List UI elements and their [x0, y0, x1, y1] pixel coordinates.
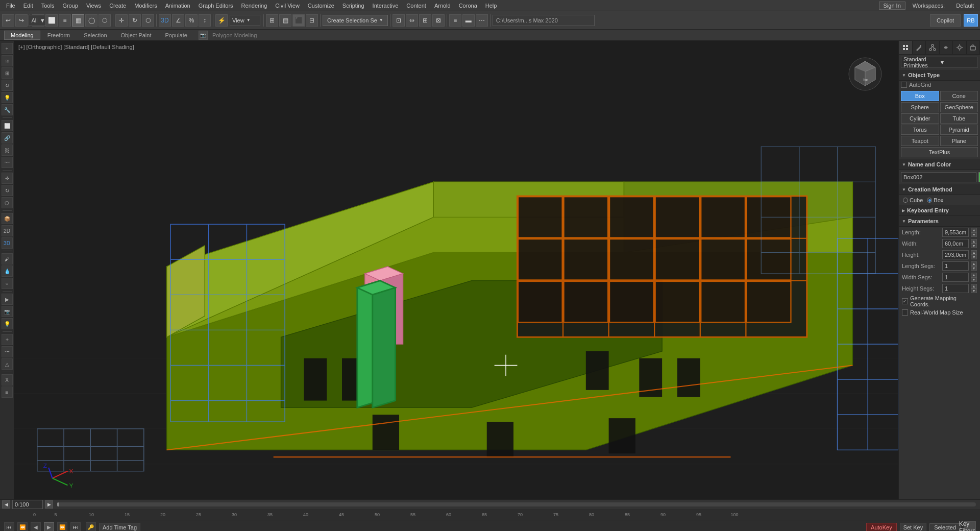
lt-unlink-btn[interactable]: ⛓: [2, 144, 13, 156]
anim-play-back[interactable]: ◀: [31, 522, 41, 532]
more-buttons[interactable]: ⋯: [476, 14, 488, 27]
height-spin-up[interactable]: ▲: [971, 250, 977, 255]
width-segs-input[interactable]: 1: [942, 273, 969, 282]
lt-shapes[interactable]: △: [2, 358, 13, 370]
length-segs-input[interactable]: 1: [942, 261, 969, 271]
anim-prev-frame[interactable]: ⏪: [17, 522, 28, 532]
lt-utilities-btn[interactable]: 🔧: [2, 104, 13, 115]
menu-item-create[interactable]: Create: [105, 2, 130, 10]
select-rotate-button[interactable]: ↻: [129, 14, 141, 27]
menu-item-tools[interactable]: Tools: [37, 2, 59, 10]
width-segs-spin-up[interactable]: ▲: [971, 273, 977, 277]
height-input[interactable]: 293,0cm: [942, 250, 969, 259]
viewport-btn2[interactable]: ▤: [279, 14, 291, 27]
width-segs-spinner[interactable]: ▲ ▼: [971, 273, 977, 282]
utilities-panel-tab[interactable]: [967, 41, 981, 54]
ot-torus-button[interactable]: Torus: [901, 125, 939, 135]
select-move-button[interactable]: ✛: [115, 14, 128, 27]
lt-spacewarp[interactable]: 〜: [2, 346, 13, 357]
ribbon-button[interactable]: ▬: [462, 14, 475, 27]
user-initials-button[interactable]: RB: [964, 14, 978, 27]
width-segs-spin-down[interactable]: ▼: [971, 277, 977, 282]
ot-cone-button[interactable]: Cone: [940, 91, 978, 101]
menu-item-help[interactable]: Help: [481, 2, 501, 10]
rect-select-button[interactable]: ▦: [72, 14, 84, 27]
lt-select-rotate[interactable]: ↻: [2, 185, 13, 196]
ot-teapot-button[interactable]: Teapot: [901, 136, 939, 146]
length-segs-spinner[interactable]: ▲ ▼: [971, 261, 977, 271]
object-type-section-header[interactable]: ▼ Object Type: [899, 70, 980, 81]
lt-helper[interactable]: ＋: [2, 334, 13, 345]
motion-panel-tab[interactable]: [940, 41, 953, 54]
lt-paint-btn[interactable]: 🖌: [2, 253, 13, 264]
width-spin-down[interactable]: ▼: [971, 244, 977, 248]
mirror-button[interactable]: ⇔: [406, 14, 418, 27]
ot-cylinder-button[interactable]: Cylinder: [901, 113, 939, 124]
select-object-button[interactable]: ⬜: [45, 14, 58, 27]
autogrid-checkbox[interactable]: [901, 82, 907, 88]
lt-select-btn[interactable]: ⬜: [2, 120, 13, 131]
viewport-btn4[interactable]: ⊟: [306, 14, 318, 27]
lt-snap-2d[interactable]: 2D: [2, 225, 13, 236]
viewport-btn3[interactable]: ⬛: [292, 14, 305, 27]
height-segs-input[interactable]: 1: [942, 284, 969, 293]
menu-item-civil-view[interactable]: Civil View: [271, 2, 303, 10]
menu-item-group[interactable]: Group: [58, 2, 82, 10]
tab-object-paint[interactable]: Object Paint: [114, 31, 158, 40]
menu-item-content[interactable]: Content: [402, 2, 430, 10]
lt-place-obj[interactable]: 📦: [2, 213, 13, 224]
select-filter-dropdown[interactable]: All▼: [32, 14, 44, 27]
lt-snap-3d[interactable]: 3D: [2, 237, 13, 249]
ot-geosphere-button[interactable]: GeoSphere: [940, 102, 978, 112]
display-panel-tab[interactable]: [953, 41, 967, 54]
ot-sphere-button[interactable]: Sphere: [901, 102, 939, 112]
tab-selection[interactable]: Selection: [77, 31, 113, 40]
ot-pyramid-button[interactable]: Pyramid: [940, 125, 978, 135]
lt-light[interactable]: 💡: [2, 318, 13, 329]
select-scale-button[interactable]: ⬡: [142, 14, 154, 27]
cube-radio[interactable]: Cube: [903, 197, 923, 203]
lt-motion-btn[interactable]: ↻: [2, 80, 13, 91]
lt-modify-btn[interactable]: ≋: [2, 55, 13, 66]
lt-xref-btn[interactable]: X: [2, 374, 13, 385]
filter-label[interactable]: All▼: [29, 15, 47, 26]
gen-mapping-checkbox[interactable]: ✓: [902, 298, 908, 304]
object-name-input[interactable]: [901, 172, 976, 182]
sign-in-button[interactable]: Sign In: [879, 2, 905, 10]
timeline-scrub-bar[interactable]: [57, 502, 976, 506]
length-segs-spin-up[interactable]: ▲: [971, 261, 977, 266]
create-panel-tab[interactable]: [899, 41, 913, 54]
modify-panel-tab[interactable]: [913, 41, 926, 54]
menu-item-modifiers[interactable]: Modifiers: [130, 2, 161, 10]
length-spinner[interactable]: ▲ ▼: [971, 228, 977, 237]
lt-display-btn[interactable]: 💡: [2, 92, 13, 103]
anim-go-end[interactable]: ⏭: [70, 522, 81, 532]
key-filters-button[interactable]: Key Filters...: [964, 521, 976, 532]
ot-box-button[interactable]: Box: [901, 91, 939, 101]
gen-mapping-label[interactable]: Generate Mapping Coords.: [910, 295, 977, 307]
menu-item-arnold[interactable]: Arnold: [430, 2, 455, 10]
lt-bind-space-warp[interactable]: 〰: [2, 157, 13, 168]
undo-button[interactable]: ↩: [2, 14, 14, 27]
menu-item-edit[interactable]: Edit: [19, 2, 37, 10]
menu-item-animation[interactable]: Animation: [161, 2, 194, 10]
real-world-label[interactable]: Real-World Map Size: [910, 309, 963, 316]
height-segs-spin-down[interactable]: ▼: [971, 288, 977, 293]
tab-modeling[interactable]: Modeling: [4, 31, 40, 40]
autogrid-checkbox-label[interactable]: AutoGrid: [901, 82, 931, 88]
tab-freeform[interactable]: Freeform: [41, 31, 77, 40]
menu-item-graph-editors[interactable]: Graph Editors: [194, 2, 237, 10]
select-name-button[interactable]: ≡: [59, 14, 71, 27]
real-world-checkbox[interactable]: [902, 309, 908, 316]
ot-tube-button[interactable]: Tube: [940, 113, 978, 124]
length-input[interactable]: 9,553cm: [942, 228, 969, 237]
width-spinner[interactable]: ▲ ▼: [971, 239, 977, 248]
percent-snap-button[interactable]: %: [185, 14, 198, 27]
anim-key-mode[interactable]: 🔑: [86, 522, 96, 532]
redo-button[interactable]: ↪: [15, 14, 28, 27]
lt-eyedropper[interactable]: 💧: [2, 266, 13, 277]
anim-play-fwd[interactable]: ▶: [44, 522, 54, 532]
lt-select-move[interactable]: ✛: [2, 173, 13, 184]
primitive-type-dropdown[interactable]: Standard Primitives ▼: [901, 57, 978, 68]
box-radio[interactable]: Box: [927, 197, 943, 203]
